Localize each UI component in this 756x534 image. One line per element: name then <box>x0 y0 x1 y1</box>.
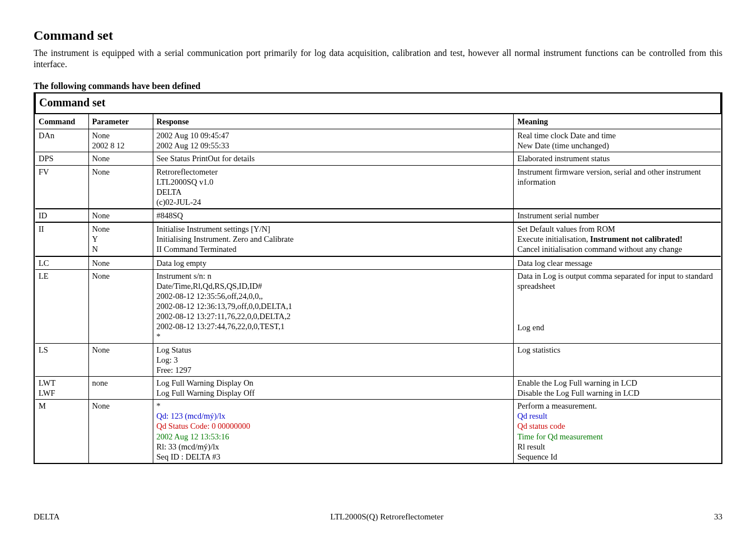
resp-rl: Rl: 33 (mcd/mý)/lx <box>157 442 219 451</box>
cell-parameter: None <box>88 269 153 343</box>
mean-line: Rl result <box>517 442 545 451</box>
cell-meaning: Instrument serial number <box>514 209 721 222</box>
meaning-line: Execute initialisation, <box>517 235 590 243</box>
cmd-lwt: LWT <box>39 378 55 387</box>
cell-meaning: Elaborated instrument status <box>514 152 721 165</box>
intro-paragraph: The instrument is equipped with a serial… <box>34 48 722 70</box>
cell-command: DAn <box>35 129 88 152</box>
table-title-row: Command set <box>35 93 721 114</box>
cmd-lwf: LWF <box>39 388 55 397</box>
cell-response: * Qd: 123 (mcd/mý)/lx Qd Status Code: 0 … <box>153 400 514 463</box>
mean-line: Qd result <box>517 411 547 420</box>
table-row: DAn None 2002 8 12 2002 Aug 10 09:45:47 … <box>35 129 721 152</box>
table-row: LE None Instrument s/n: n Date/Time,Rl,Q… <box>35 269 721 343</box>
cell-response: #848SQ <box>153 209 514 222</box>
col-command: Command <box>35 114 88 129</box>
cell-parameter: None Y N <box>88 222 153 256</box>
table-row: DPS None See Status PrintOut for details… <box>35 152 721 165</box>
cell-response: Log Full Warning Display On Log Full War… <box>153 376 514 399</box>
meaning-text: Data in Log is output comma separated fo… <box>517 271 717 291</box>
command-table: Command set Command Parameter Response M… <box>35 92 721 463</box>
resp-star: * <box>157 401 161 410</box>
cell-parameter: None <box>88 400 153 463</box>
meaning-bold: Instrument not calibrated! <box>590 235 683 243</box>
cell-meaning: Real time clock Date and time New Date (… <box>514 129 721 152</box>
cell-meaning: Set Default values from ROM Execute init… <box>514 222 721 256</box>
mean-line: Time for Qd measurement <box>517 432 603 441</box>
footer-center: LTL2000S(Q) Retroreflectometer <box>330 512 443 522</box>
cell-response: Data log empty <box>153 256 514 270</box>
cell-command: M <box>35 400 88 463</box>
resp-qd-status: Qd Status Code: 0 00000000 <box>157 421 251 430</box>
table-row: LC None Data log empty Data log clear me… <box>35 256 721 270</box>
cell-meaning: Data in Log is output comma separated fo… <box>514 269 721 343</box>
resp-time: 2002 Aug 12 13:53:16 <box>157 432 229 441</box>
cell-response: Initialise Instrument settings [Y/N] Ini… <box>153 222 514 256</box>
cell-meaning: Data log clear message <box>514 256 721 270</box>
cell-parameter: none <box>88 376 153 399</box>
cell-command: LE <box>35 269 88 343</box>
resp-lwf: Log Full Warning Display Off <box>157 388 255 397</box>
meaning-line: Cancel initialisation command without an… <box>517 245 682 254</box>
cell-command: LC <box>35 256 88 270</box>
table-row: M None * Qd: 123 (mcd/mý)/lx Qd Status C… <box>35 400 721 463</box>
footer-left: DELTA <box>34 512 60 522</box>
cell-parameter: None <box>88 165 153 209</box>
table-row: FV None Retroreflectometer LTL2000SQ v1.… <box>35 165 721 209</box>
col-parameter: Parameter <box>88 114 153 129</box>
page-footer: DELTA LTL2000S(Q) Retroreflectometer 33 <box>34 512 722 522</box>
cell-meaning: Instrument firmware version, serial and … <box>514 165 721 209</box>
resp-lwt: Log Full Warning Display On <box>157 378 253 387</box>
footer-right: 33 <box>714 512 722 522</box>
mean-line: Qd status code <box>517 421 565 430</box>
cell-meaning: Enable the Log Full warning in LCD Disab… <box>514 376 721 399</box>
cell-command: LS <box>35 343 88 376</box>
command-table-frame: Command set Command Parameter Response M… <box>34 92 722 464</box>
table-caption: The following commands have been defined <box>34 81 722 91</box>
mean-lwt: Enable the Log Full warning in LCD <box>517 378 637 387</box>
mean-line: Sequence Id <box>517 452 557 461</box>
cell-parameter: None <box>88 152 153 165</box>
mean-lwf: Disable the Log Full warning in LCD <box>517 388 639 397</box>
cell-command: DPS <box>35 152 88 165</box>
table-row: LS None Log Status Log: 3 Free: 1297 Log… <box>35 343 721 376</box>
cell-parameter: None <box>88 256 153 270</box>
cell-meaning: Log statistics <box>514 343 721 376</box>
cell-command: LWT LWF <box>35 376 88 399</box>
table-row: LWT LWF none Log Full Warning Display On… <box>35 376 721 399</box>
meaning-line: Set Default values from ROM <box>517 224 615 233</box>
cell-command: II <box>35 222 88 256</box>
col-response: Response <box>153 114 514 129</box>
cell-response: See Status PrintOut for details <box>153 152 514 165</box>
table-row: ID None #848SQ Instrument serial number <box>35 209 721 222</box>
cell-command: ID <box>35 209 88 222</box>
table-header-row: Command Parameter Response Meaning <box>35 114 721 129</box>
cell-meaning: Perform a measurement. Qd result Qd stat… <box>514 400 721 463</box>
col-meaning: Meaning <box>514 114 721 129</box>
table-title: Command set <box>35 93 721 114</box>
cell-parameter: None <box>88 209 153 222</box>
table-row: II None Y N Initialise Instrument settin… <box>35 222 721 256</box>
cell-parameter: None 2002 8 12 <box>88 129 153 152</box>
cell-response: Instrument s/n: n Date/Time,Rl,Qd,RS,QS,… <box>153 269 514 343</box>
resp-qd: Qd: 123 (mcd/mý)/lx <box>157 411 226 420</box>
section-title: Command set <box>34 28 722 43</box>
cell-response: Log Status Log: 3 Free: 1297 <box>153 343 514 376</box>
mean-line: Perform a measurement. <box>517 401 597 410</box>
cell-response: Retroreflectometer LTL2000SQ v1.0 DELTA … <box>153 165 514 209</box>
cell-parameter: None <box>88 343 153 376</box>
resp-seq: Seq ID : DELTA #3 <box>157 452 220 461</box>
meaning-end: Log end <box>517 322 717 332</box>
cell-command: FV <box>35 165 88 209</box>
cell-response: 2002 Aug 10 09:45:47 2002 Aug 12 09:55:3… <box>153 129 514 152</box>
